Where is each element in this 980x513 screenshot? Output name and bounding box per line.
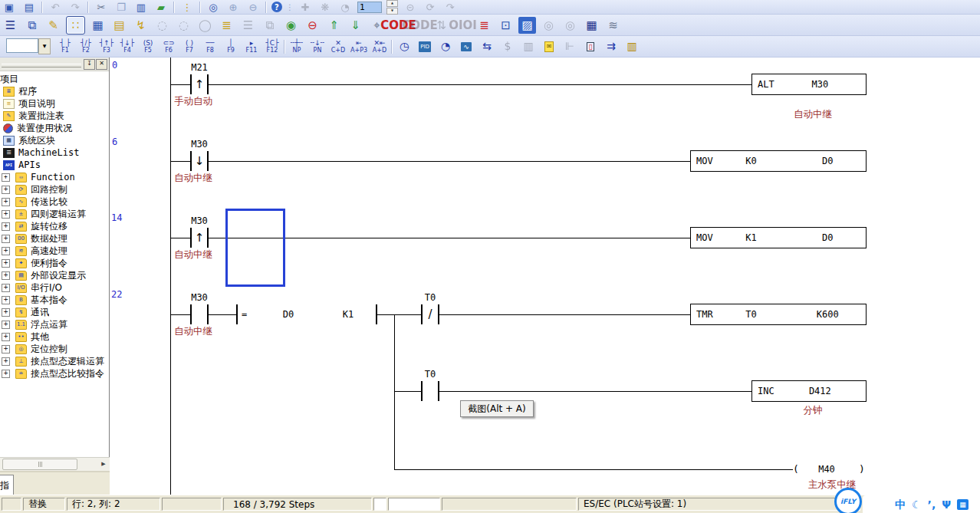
spinner-up-icon[interactable]: ▲ xyxy=(386,0,398,7)
comm-setting-icon[interactable]: ▦ xyxy=(583,17,600,34)
set-coil-icon[interactable]: (S)F5 xyxy=(139,38,157,56)
ime-language-icon[interactable]: 中 xyxy=(895,496,906,513)
network-icon[interactable]: ❋ xyxy=(317,1,333,14)
undo-icon[interactable]: ↶ xyxy=(48,1,63,14)
tree-item-data-processing[interactable]: + 00 数据处理 xyxy=(0,232,110,245)
compile-icon[interactable]: ◉ xyxy=(282,17,300,34)
expand-icon[interactable]: + xyxy=(2,235,10,243)
step-spinner-buttons[interactable]: ▲ ▼ xyxy=(386,0,398,15)
comment-icon[interactable]: ◌ xyxy=(153,17,171,34)
zoom-in-icon[interactable]: ⊕ xyxy=(225,1,241,14)
tree-item-transfer-compare[interactable]: + ∿ 传送比较 xyxy=(0,196,110,208)
out-coil-icon[interactable]: ⊂⊃F6 xyxy=(159,38,178,56)
redo-icon[interactable]: ↷ xyxy=(67,1,83,14)
punctuation-icon[interactable]: ’, xyxy=(928,496,936,513)
rise-instr-icon[interactable]: ▸F11 xyxy=(242,38,261,56)
ladder-alt-icon[interactable]: ☰ xyxy=(239,17,257,34)
download-plc-icon[interactable]: ⇓ xyxy=(347,17,364,34)
expand-icon[interactable]: + xyxy=(2,345,10,354)
sfc-icon[interactable]: ≣ xyxy=(218,17,235,34)
tree-item-machine-list[interactable]: + ☰ MachineList xyxy=(0,146,110,159)
oioi-icon[interactable]: OIOI xyxy=(454,17,472,34)
edit-comment-icon[interactable]: ✎ xyxy=(44,17,62,34)
insert-ap-icon[interactable]: ⇤A+P3 xyxy=(350,38,368,56)
contact-m30-falling[interactable]: ↓ xyxy=(190,151,209,171)
expand-icon[interactable]: + xyxy=(2,271,10,280)
save-icon[interactable]: ▣ xyxy=(2,1,17,14)
monitor-alt-icon[interactable]: ⧉ xyxy=(261,17,278,34)
mail-icon[interactable]: ✉ xyxy=(540,38,558,56)
expand-icon[interactable]: + xyxy=(2,259,10,268)
step-marker-icon[interactable]: ⋮ xyxy=(179,1,195,14)
contact-m21-rising[interactable]: ↑ xyxy=(190,74,209,94)
instruction-box-alt[interactable]: ALT M30 xyxy=(751,74,867,95)
dollar-icon[interactable]: $ xyxy=(498,38,517,56)
timer-icon[interactable]: ◷ xyxy=(395,38,413,56)
tree-item-device-comment-table[interactable]: + ✎ 装置批注表 xyxy=(0,110,110,122)
delete-ad-icon[interactable]: ✕⇤A+D xyxy=(370,38,389,56)
stop-icon[interactable]: ⊝ xyxy=(403,1,418,14)
instruction-list-icon[interactable]: ▦ xyxy=(89,17,107,34)
contact-m30-no[interactable] xyxy=(190,304,209,324)
tree-item-project[interactable]: + 项目 xyxy=(0,73,110,85)
combobox-dropdown-icon[interactable]: ▼ xyxy=(38,38,51,54)
step-spinner-input[interactable] xyxy=(357,2,382,13)
expand-icon[interactable]: + xyxy=(2,222,10,231)
monitor-mode-icon[interactable]: ⧉ xyxy=(23,17,41,34)
find-m-icon[interactable]: ◎ xyxy=(540,17,557,34)
expand-icon[interactable]: + xyxy=(2,321,10,329)
expand-icon[interactable]: + xyxy=(2,333,10,341)
instruction-box-mov2[interactable]: MOV K1 D0 xyxy=(690,227,867,248)
alarm-icon[interactable]: ◔ xyxy=(436,38,455,56)
contact-no-icon[interactable]: ┤ ├F1 xyxy=(56,38,74,56)
counter-icon[interactable]: ┤C├F12 xyxy=(263,38,281,56)
tree-item-project-note[interactable]: + ≡ 项目说明 xyxy=(0,97,110,110)
branch-icon[interactable]: ⊩ xyxy=(561,38,579,56)
tree-item-float-math[interactable]: + 1.1 浮点运算 xyxy=(0,318,110,330)
pin-icon[interactable]: ↧ xyxy=(84,59,95,70)
cut-icon[interactable]: ✂ xyxy=(94,1,109,14)
pn-icon[interactable]: ╌↓╌PN xyxy=(308,38,327,56)
upload-plc-icon[interactable]: ⇑ xyxy=(325,17,343,34)
options-icon[interactable]: ≋ xyxy=(604,17,622,34)
contact-nc-icon[interactable]: ┤/├F2 xyxy=(77,38,95,56)
tree-item-system-block[interactable]: + ▦ 系统区块 xyxy=(0,134,110,146)
row-edit-icon[interactable]: ≣ xyxy=(475,17,493,34)
flow-icon[interactable]: ⇉ xyxy=(602,38,620,56)
tree-item-positioning[interactable]: + ◎ 定位控制 xyxy=(0,343,110,355)
paste-icon[interactable]: ▥ xyxy=(133,1,149,14)
expand-icon[interactable]: + xyxy=(2,296,10,304)
expand-icon[interactable]: + xyxy=(2,186,10,194)
wand-icon[interactable]: ↯ xyxy=(132,17,150,34)
expand-icon[interactable]: + xyxy=(2,284,10,292)
expand-icon[interactable]: + xyxy=(2,370,10,378)
np-icon[interactable]: ╌┼╌NP xyxy=(288,38,306,56)
combobox-value[interactable] xyxy=(6,38,38,53)
delete-cd-icon[interactable]: ✕C+D xyxy=(329,38,347,56)
instruction-combobox[interactable]: ▼ xyxy=(6,38,51,54)
print-icon[interactable]: ▤ xyxy=(21,1,37,14)
tree-item-convenience[interactable]: + ✦ 便利指令 xyxy=(0,257,110,269)
contact-t0-nc[interactable]: / xyxy=(421,304,439,324)
copy-icon[interactable]: ❐ xyxy=(113,1,129,14)
device-comment-icon[interactable]: ▤ xyxy=(110,17,128,34)
tree-item-contact-compare[interactable]: + ≐ 接点型态比较指令 xyxy=(0,367,110,380)
moon-icon[interactable]: ☾ xyxy=(912,496,922,513)
expand-icon[interactable]: + xyxy=(2,173,10,182)
code-alt-icon[interactable]: CODE xyxy=(411,17,429,34)
tree-item-arithmetic-logic[interactable]: + ± 四则逻辑运算 xyxy=(0,208,110,220)
tree-item-high-speed[interactable]: + ≋ 高速处理 xyxy=(0,245,110,257)
move-icon[interactable]: ✚ xyxy=(298,1,313,14)
comment-alt-icon[interactable]: ◌ xyxy=(175,17,192,34)
sidebar-grip[interactable] xyxy=(2,64,81,67)
swap-icon[interactable]: ↷ xyxy=(442,1,458,14)
refresh-icon[interactable]: ◔ xyxy=(337,1,353,14)
transfer-icon[interactable]: ⇅ xyxy=(432,17,450,34)
hint-icon[interactable]: ◯ xyxy=(196,17,214,34)
spinner-down-icon[interactable]: ▼ xyxy=(386,8,398,15)
stop-monitor-icon[interactable]: ⊖ xyxy=(304,17,321,34)
sidebar-tab-instructions[interactable]: 指 xyxy=(0,475,14,496)
barrel-icon[interactable]: ▥ xyxy=(519,38,538,56)
compare-operator[interactable]: = xyxy=(242,309,254,320)
contact-fall-icon[interactable]: ┤↓├F4 xyxy=(118,38,136,56)
